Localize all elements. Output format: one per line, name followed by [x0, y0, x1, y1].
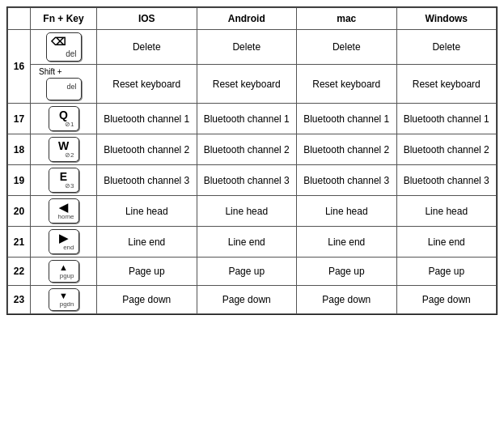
col-header-fn: Fn + Key — [31, 8, 97, 30]
mac-cell: Bluetooth channel 3 — [297, 165, 397, 196]
key-cell: ▼pgdn — [31, 286, 97, 314]
android-cell: Page up — [197, 258, 297, 286]
row-number: 23 — [8, 286, 31, 314]
windows-cell: Page down — [396, 286, 497, 314]
mac-cell: Page up — [297, 258, 397, 286]
ios-cell: Page up — [97, 258, 197, 286]
table-row: 16⌫delDeleteDeleteDeleteDelete — [8, 30, 497, 65]
keyboard-shortcut-table: Fn + Key IOS Android mac Windows 16⌫delD… — [6, 6, 498, 315]
windows-cell: Bluetooth channel 3 — [396, 165, 497, 196]
android-cell: Bluetooth channel 2 — [197, 134, 297, 165]
android-cell: Bluetooth channel 1 — [197, 104, 297, 134]
table-row: 17Q⊘1Bluetooth channel 1Bluetooth channe… — [8, 104, 497, 134]
ios-cell: Line end — [97, 227, 197, 258]
table-row: 19E⊘3Bluetooth channel 3Bluetooth channe… — [8, 165, 497, 196]
windows-cell: Line end — [396, 227, 497, 258]
col-header-windows: Windows — [396, 8, 497, 30]
table-row: 18W⊘2Bluetooth channel 2Bluetooth channe… — [8, 134, 497, 165]
ios-cell: Page down — [97, 286, 197, 314]
mac-cell: Bluetooth channel 2 — [297, 134, 397, 165]
mac-cell: Line end — [297, 227, 397, 258]
android-cell: Reset keyboard — [197, 65, 297, 104]
mac-cell: Page down — [297, 286, 397, 314]
col-header-num — [8, 8, 31, 30]
table-row: Shift +delReset keyboardReset keyboardRe… — [8, 65, 497, 104]
key-cell: ▲pgup — [31, 258, 97, 286]
windows-cell: Delete — [396, 30, 497, 65]
key-cell: Shift +del — [31, 65, 97, 104]
key-cell: ⌫del — [31, 30, 97, 65]
key-cell: ◀home — [31, 196, 97, 227]
key-cell: W⊘2 — [31, 134, 97, 165]
windows-cell: Reset keyboard — [396, 65, 497, 104]
row-number: 20 — [8, 196, 31, 227]
key-cell: E⊘3 — [31, 165, 97, 196]
ios-cell: Bluetooth channel 1 — [97, 104, 197, 134]
col-header-android: Android — [197, 8, 297, 30]
ios-cell: Line head — [97, 196, 197, 227]
table-row: 20◀homeLine headLine headLine headLine h… — [8, 196, 497, 227]
android-cell: Bluetooth channel 3 — [197, 165, 297, 196]
row-number: 17 — [8, 104, 31, 134]
android-cell: Page down — [197, 286, 297, 314]
mac-cell: Line head — [297, 196, 397, 227]
windows-cell: Bluetooth channel 1 — [396, 104, 497, 134]
windows-cell: Page up — [396, 258, 497, 286]
windows-cell: Bluetooth channel 2 — [396, 134, 497, 165]
row-number: 22 — [8, 258, 31, 286]
windows-cell: Line head — [396, 196, 497, 227]
key-cell: Q⊘1 — [31, 104, 97, 134]
col-header-mac: mac — [297, 8, 397, 30]
row-number: 16 — [8, 30, 31, 104]
table-row: 22▲pgupPage upPage upPage upPage up — [8, 258, 497, 286]
row-number: 21 — [8, 227, 31, 258]
mac-cell: Delete — [297, 30, 397, 65]
ios-cell: Reset keyboard — [97, 65, 197, 104]
table-row: 23▼pgdnPage downPage downPage downPage d… — [8, 286, 497, 314]
row-number: 18 — [8, 134, 31, 165]
col-header-ios: IOS — [97, 8, 197, 30]
table-row: 21▶endLine endLine endLine endLine end — [8, 227, 497, 258]
android-cell: Line head — [197, 196, 297, 227]
android-cell: Delete — [197, 30, 297, 65]
android-cell: Line end — [197, 227, 297, 258]
mac-cell: Reset keyboard — [297, 65, 397, 104]
ios-cell: Delete — [97, 30, 197, 65]
key-cell: ▶end — [31, 227, 97, 258]
row-number: 19 — [8, 165, 31, 196]
ios-cell: Bluetooth channel 3 — [97, 165, 197, 196]
ios-cell: Bluetooth channel 2 — [97, 134, 197, 165]
mac-cell: Bluetooth channel 1 — [297, 104, 397, 134]
